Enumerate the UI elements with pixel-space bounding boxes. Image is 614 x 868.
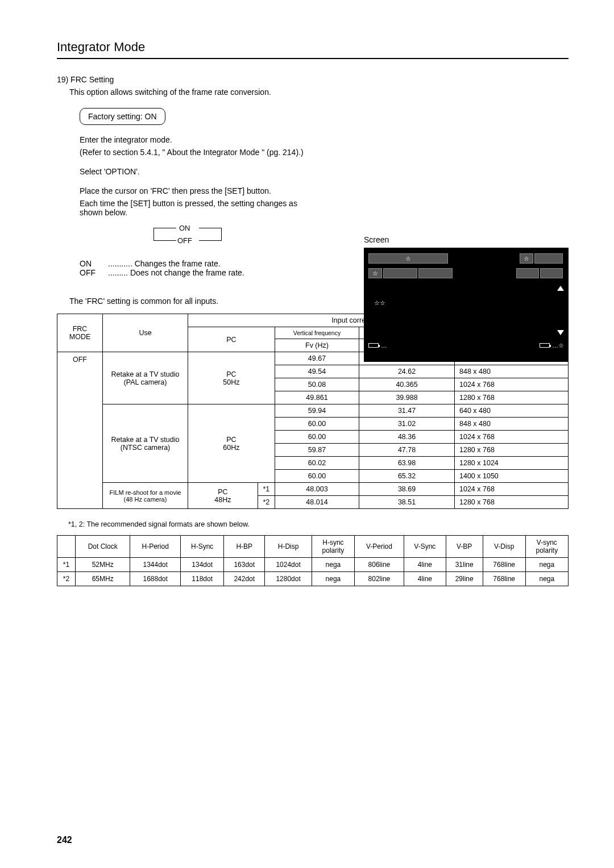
- sig-header-cell: H-BP: [224, 536, 265, 558]
- tab-item: [418, 268, 453, 278]
- sig-header-cell: V-Disp: [483, 536, 525, 558]
- step-2: Select 'OPTION'.: [80, 167, 569, 176]
- table-cell: 47.78: [359, 444, 455, 457]
- sig-cell: 242dot: [224, 572, 265, 586]
- table-cell: 1024 x 768: [455, 483, 569, 496]
- hdr-frc-mode: FRC MODE: [57, 314, 103, 352]
- hdr-vfreq: Vertical frequency: [275, 327, 359, 339]
- sig-cell: 806line: [355, 558, 404, 572]
- sig-cell: 802line: [355, 572, 404, 586]
- tab-item: [534, 253, 563, 264]
- table-cell: 1280 x 768: [455, 391, 569, 404]
- sig-cell: 1280dot: [265, 572, 312, 586]
- table-cell: 49.67: [275, 352, 359, 365]
- sig-header-cell: H-sync polarity: [312, 536, 354, 558]
- cell-star: *2: [258, 496, 275, 509]
- sig-cell: 134dot: [181, 558, 224, 572]
- desc-on: ON........... Changes the frame rate.: [80, 259, 301, 268]
- sig-header-cell: H-Period: [130, 536, 181, 558]
- table-cell: 49.861: [275, 391, 359, 404]
- table-cell: 31.02: [359, 418, 455, 431]
- sig-cell: 29line: [446, 572, 483, 586]
- cell-use: Retake at a TV studio (PAL camera): [103, 352, 188, 404]
- table-cell: 1024 x 768: [455, 431, 569, 444]
- sig-cell: nega: [312, 572, 354, 586]
- table-cell: 38.69: [359, 483, 455, 496]
- table-cell: 60.00: [275, 431, 359, 444]
- sig-header-cell: H-Disp: [265, 536, 312, 558]
- step-1a: Enter the integrator mode.: [80, 135, 569, 144]
- table-cell: 1280 x 768: [455, 444, 569, 457]
- table-cell: 848 x 480: [455, 418, 569, 431]
- table-cell: 24.62: [359, 365, 455, 378]
- cell-pc: PC 50Hz: [188, 352, 275, 404]
- cell-star: *1: [258, 483, 275, 496]
- table-cell: 59.94: [275, 404, 359, 418]
- table-cell: 39.988: [359, 391, 455, 404]
- sig-cell: *1: [57, 558, 76, 572]
- step-3a: Place the cursor on 'FRC' then press the…: [80, 186, 301, 195]
- sig-cell: 1024dot: [265, 558, 312, 572]
- sig-cell: 1688dot: [130, 572, 181, 586]
- cycle-off-label: OFF: [177, 236, 192, 245]
- star-label: ☆☆: [374, 299, 385, 307]
- table-cell: 1024 x 768: [455, 378, 569, 391]
- step-1b: (Refer to section 5.4.1, " About the Int…: [80, 148, 569, 157]
- sig-header-cell: V-BP: [446, 536, 483, 558]
- battery-left: …: [368, 342, 387, 349]
- sig-cell: 163dot: [224, 558, 265, 572]
- battery-right: …☆: [540, 342, 564, 349]
- screen-panel: ☆ ☆ ☆ ☆☆ … …☆: [364, 248, 569, 362]
- sig-cell: 4line: [404, 558, 446, 572]
- table-cell: 48.36: [359, 431, 455, 444]
- sig-header-cell: V-sync polarity: [525, 536, 568, 558]
- table-cell: 848 x 480: [455, 365, 569, 378]
- sig-cell: 1344dot: [130, 558, 181, 572]
- sig-header-cell: V-Period: [355, 536, 404, 558]
- screen-caption: Screen: [364, 235, 569, 244]
- triangle-down-icon: [557, 330, 564, 335]
- table-cell: 48.014: [275, 496, 359, 509]
- table-cell: 60.00: [275, 470, 359, 483]
- sig-cell: *2: [57, 572, 76, 586]
- cell-use: Retake at a TV studio (NTSC camera): [103, 404, 188, 483]
- cycle-diagram: ON OFF: [131, 224, 244, 251]
- table-cell: 1400 x 1050: [455, 470, 569, 483]
- table-cell: 60.00: [275, 418, 359, 431]
- battery-icon: [540, 343, 550, 348]
- table-cell: 40.365: [359, 378, 455, 391]
- table-cell: 59.87: [275, 444, 359, 457]
- triangle-up-icon: [557, 286, 564, 291]
- sig-cell: nega: [525, 572, 568, 586]
- sig-cell: nega: [525, 558, 568, 572]
- sig-cell: nega: [312, 558, 354, 572]
- sig-cell: 65MHz: [76, 572, 130, 586]
- recommended-note: *1, 2: The recommended signal formats ar…: [68, 520, 569, 528]
- item-number: 19) FRC Setting: [57, 75, 569, 84]
- table-cell: 65.32: [359, 470, 455, 483]
- cell-pc: PC 48Hz: [188, 483, 258, 509]
- sig-cell: 31line: [446, 558, 483, 572]
- table-cell: 49.54: [275, 365, 359, 378]
- battery-icon: [368, 343, 379, 348]
- tab-item: [516, 268, 539, 278]
- tab-item: ☆: [368, 268, 382, 278]
- cycle-on-label: ON: [179, 224, 190, 232]
- hdr-pc: PC: [188, 327, 275, 352]
- cell-pc: PC 60Hz: [188, 404, 275, 483]
- screen-panel-area: Screen ☆ ☆ ☆ ☆☆ … …☆: [364, 235, 569, 362]
- table-cell: 640 x 480: [455, 404, 569, 418]
- desc-off: OFF......... Does not change the frame r…: [80, 268, 301, 277]
- sig-cell: 768line: [483, 572, 525, 586]
- signal-table: Dot ClockH-PeriodH-SyncH-BPH-DispH-sync …: [57, 535, 569, 586]
- sig-header-cell: [57, 536, 76, 558]
- page-number: 242: [57, 835, 72, 845]
- tab-item: ☆: [520, 253, 533, 264]
- cell-use: FILM re-shoot for a movie (48 Hz camera): [103, 483, 188, 509]
- hdr-fv: Fv (Hz): [275, 339, 359, 352]
- table-cell: 38.51: [359, 496, 455, 509]
- sig-header-cell: H-Sync: [181, 536, 224, 558]
- table-cell: 48.003: [275, 483, 359, 496]
- table-cell: 1280 x 768: [455, 496, 569, 509]
- sig-cell: 52MHz: [76, 558, 130, 572]
